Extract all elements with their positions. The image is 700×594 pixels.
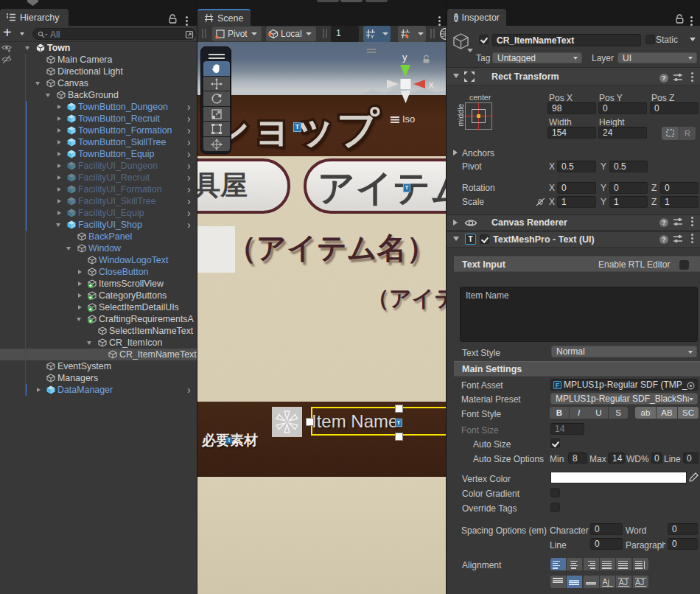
- svg-text:Y: Y: [371, 33, 375, 39]
- svg-text:x: x: [429, 79, 434, 90]
- svg-text:y: y: [402, 52, 407, 63]
